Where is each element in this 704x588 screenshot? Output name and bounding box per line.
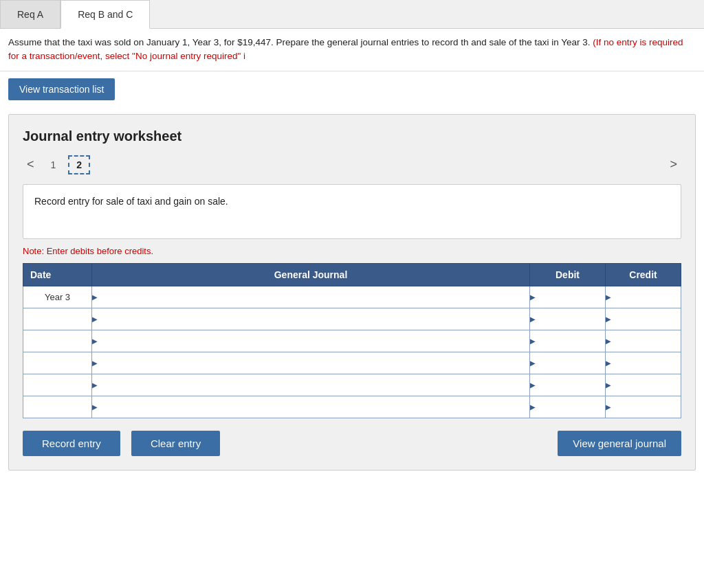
row-5-debit-cell[interactable] — [530, 374, 606, 396]
row-3-date — [23, 330, 92, 352]
description-text: Record entry for sale of taxi and gain o… — [34, 196, 228, 207]
next-entry-arrow[interactable]: > — [666, 156, 681, 173]
row-4-debit-cell[interactable] — [530, 352, 606, 374]
row-1-credit-input[interactable] — [614, 289, 681, 305]
row-3-debit-cell[interactable] — [530, 330, 606, 352]
clear-entry-button[interactable]: Clear entry — [131, 431, 220, 456]
row-3-credit-input[interactable] — [614, 333, 681, 349]
row-2-credit-cell[interactable] — [606, 308, 681, 330]
journal-table: Date General Journal Debit Credit Year 3 — [23, 263, 681, 418]
row-2-debit-input[interactable] — [538, 311, 605, 327]
tab-req-a[interactable]: Req A — [0, 0, 60, 28]
table-row — [23, 374, 681, 396]
row-5-journal-cell[interactable] — [92, 374, 530, 396]
row-2-debit-cell[interactable] — [530, 308, 606, 330]
instruction-main: Assume that the taxi was sold on January… — [8, 37, 591, 47]
entry-num-1[interactable]: 1 — [44, 157, 63, 173]
row-3-credit-cell[interactable] — [606, 330, 681, 352]
col-header-credit: Credit — [606, 263, 681, 286]
table-row: Year 3 — [23, 286, 681, 308]
row-4-credit-cell[interactable] — [606, 352, 681, 374]
view-transaction-button[interactable]: View transaction list — [8, 78, 115, 100]
row-4-journal-cell[interactable] — [92, 352, 530, 374]
row-6-journal-input[interactable] — [100, 399, 529, 415]
row-6-date — [23, 396, 92, 418]
row-1-credit-cell[interactable] — [606, 286, 681, 308]
view-general-journal-button[interactable]: View general journal — [558, 431, 681, 456]
table-row — [23, 352, 681, 374]
row-4-date — [23, 352, 92, 374]
row-5-debit-input[interactable] — [538, 377, 605, 393]
row-6-journal-cell[interactable] — [92, 396, 530, 418]
table-row — [23, 330, 681, 352]
instruction-area: Assume that the taxi was sold on January… — [0, 29, 704, 71]
col-header-debit: Debit — [530, 263, 606, 286]
prev-entry-arrow[interactable]: < — [23, 156, 38, 173]
row-6-credit-cell[interactable] — [606, 396, 681, 418]
row-3-journal-cell[interactable] — [92, 330, 530, 352]
row-2-date — [23, 308, 92, 330]
row-1-journal-input[interactable] — [100, 289, 529, 305]
note-text: Note: Enter debits before credits. — [23, 246, 681, 256]
entry-num-2[interactable]: 2 — [68, 155, 90, 174]
row-4-credit-input[interactable] — [614, 355, 681, 371]
worksheet-container: Journal entry worksheet < 1 2 > Record e… — [8, 114, 696, 471]
table-row — [23, 308, 681, 330]
row-5-date — [23, 374, 92, 396]
col-header-journal: General Journal — [92, 263, 530, 286]
tab-req-bc[interactable]: Req B and C — [60, 0, 150, 29]
row-6-debit-input[interactable] — [538, 399, 605, 415]
row-5-journal-input[interactable] — [100, 377, 529, 393]
row-1-date: Year 3 — [23, 286, 92, 308]
row-5-credit-input[interactable] — [614, 377, 681, 393]
description-box: Record entry for sale of taxi and gain o… — [23, 184, 681, 239]
tab-bar: Req A Req B and C — [0, 0, 704, 29]
bottom-buttons: Record entry Clear entry View general jo… — [23, 431, 681, 456]
col-header-date: Date — [23, 263, 92, 286]
row-3-journal-input[interactable] — [100, 333, 529, 349]
row-6-credit-input[interactable] — [614, 399, 681, 415]
row-5-credit-cell[interactable] — [606, 374, 681, 396]
worksheet-title: Journal entry worksheet — [23, 128, 681, 144]
table-row — [23, 396, 681, 418]
row-6-debit-cell[interactable] — [530, 396, 606, 418]
row-1-debit-cell[interactable] — [530, 286, 606, 308]
row-2-credit-input[interactable] — [614, 311, 681, 327]
row-2-journal-input[interactable] — [100, 311, 529, 327]
row-2-journal-cell[interactable] — [92, 308, 530, 330]
record-entry-button[interactable]: Record entry — [23, 431, 120, 456]
entry-nav: < 1 2 > — [23, 155, 681, 174]
row-3-debit-input[interactable] — [538, 333, 605, 349]
row-1-debit-input[interactable] — [538, 289, 605, 305]
row-1-journal-cell[interactable] — [92, 286, 530, 308]
row-4-journal-input[interactable] — [100, 355, 529, 371]
row-4-debit-input[interactable] — [538, 355, 605, 371]
